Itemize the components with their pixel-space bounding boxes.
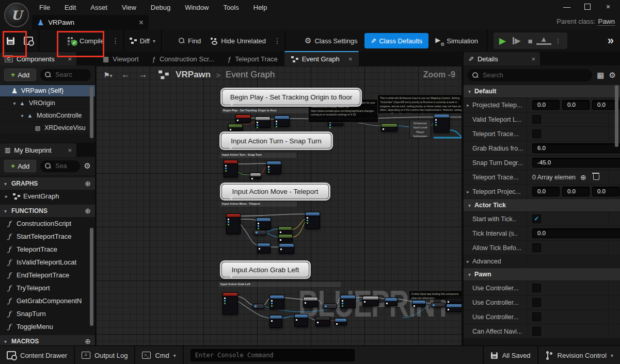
my-blueprint-search[interactable] [40,160,80,172]
components-search[interactable] [40,69,91,81]
vector-value-input[interactable]: 0.0 [562,187,590,196]
bp-item-eventgraph[interactable]: ▸EventGraph [0,190,95,203]
details-tab[interactable]: ✎ Details × [464,52,540,65]
details-section-default[interactable]: ▾Default [464,85,620,98]
graph-node[interactable] [250,173,261,179]
menu-debug[interactable]: Debug [145,2,177,13]
bp-item-constructionscript[interactable]: ƒConstructionScript [0,217,95,230]
graph-tab-teleport-trace[interactable]: ƒTeleport Trace [221,52,284,66]
bp-section-macros[interactable]: ▾MACROS⊕ [0,335,95,345]
my-blueprint-scrollbar[interactable] [90,228,93,326]
comment-header-strip[interactable]: Input Action Grab Left [219,282,341,287]
comment-header-strip[interactable]: Input Action Turn - Snap Turn [220,153,296,158]
menu-view[interactable]: View [116,2,142,13]
find-button[interactable]: Find [174,30,205,52]
menu-window[interactable]: Window [179,2,215,13]
components-scrollbar[interactable] [90,87,93,138]
menu-edit[interactable]: Edit [58,2,82,13]
asset-tab-vrpawn[interactable]: ♟ VRPawn × [32,15,149,30]
bp-section-functions[interactable]: ▾FUNCTIONS⊕ [0,205,95,217]
details-settings-icon[interactable]: ⚙ [609,71,616,80]
graph-node[interactable] [274,115,290,127]
expand-caret-icon[interactable]: ▾ [19,113,26,119]
graph-node[interactable] [294,314,308,327]
details-close-icon[interactable]: × [531,55,535,63]
clear-array-icon[interactable] [593,174,599,180]
bp-item-teleporttrace[interactable]: ƒTeleportTrace [0,243,95,256]
property-checkbox[interactable] [532,129,541,138]
graph-node[interactable] [222,292,238,315]
tree-row-vrorigin[interactable]: ▾▲VROrigin [0,97,95,109]
my-blueprint-close-icon[interactable]: × [68,146,72,154]
breadcrumb-root[interactable]: VRPawn [176,70,211,80]
graph-node[interactable] [266,161,281,174]
bookmark-icon[interactable]: ⚑▾ [100,71,116,79]
close-tab-icon[interactable]: × [348,55,353,63]
graph-node[interactable] [228,124,243,131]
content-drawer-button[interactable]: Content Drawer [0,346,75,364]
breadcrumb-leaf[interactable]: Event Graph [226,70,275,80]
forward-arrow-icon[interactable]: → [135,70,151,79]
graph-tab-viewport[interactable]: ▦Viewport [96,52,146,66]
details-search[interactable] [468,69,592,81]
menu-help[interactable]: Help [247,2,274,13]
eject-button[interactable]: ▲ [536,37,551,45]
hide-unrelated-button[interactable]: Hide Unrelated [205,30,271,52]
property-value-input[interactable]: -45.0 [532,158,620,168]
compile-options-kebab[interactable]: ⋮ [109,37,122,45]
graph-node[interactable] [362,296,379,306]
menu-asset[interactable]: Asset [84,2,114,13]
graph-tab-construction-scr-[interactable]: ƒConstruction Scr... [146,52,221,66]
expand-caret-icon[interactable]: ▸ [464,259,472,264]
expand-caret-icon[interactable]: ▾ [11,101,18,106]
graph-node[interactable] [253,230,266,235]
bp-item-startteleporttrace[interactable]: ƒStartTeleportTrace [0,230,95,243]
menu-file[interactable]: File [33,2,56,13]
stop-button[interactable]: ■ [524,37,536,45]
output-log-button[interactable]: ≡ Output Log [75,346,135,364]
tree-row-xrdevicevisu[interactable]: ▧XRDeviceVisu [0,122,95,134]
my-blueprint-add-button[interactable]: +Add [4,160,36,172]
expand-caret-icon[interactable]: ▸ [464,189,472,194]
play-button[interactable]: ▶ [496,36,510,46]
parent-class-link[interactable]: Pawn [598,18,615,26]
components-tab[interactable]: C Components × [0,52,76,65]
comment-bubble[interactable]: Input Action Move - Teleport [221,184,329,199]
graph-node[interactable] [252,304,264,309]
section-caret-icon[interactable]: ▾ [468,89,471,94]
back-arrow-icon[interactable]: ← [118,70,133,79]
graph-node[interactable] [446,304,462,312]
frame-skip-button[interactable]: ▶ [513,37,524,44]
play-options-kebab[interactable]: ⋮ [551,37,565,45]
comment-bubble[interactable]: Begin Play - Set Tracking Origin to floo… [222,89,360,105]
details-scrollbar[interactable] [615,85,618,147]
comment-bubble[interactable]: Input Action Turn - Snap Turn [221,133,331,148]
graph-node[interactable] [226,213,241,234]
toolbar-overflow-chevron[interactable]: » [608,34,614,47]
property-checkbox[interactable] [532,327,541,336]
graph-node[interactable] [269,315,282,328]
graph-node[interactable] [257,243,271,253]
graph-node[interactable] [431,303,446,307]
bp-item-endteleporttrace[interactable]: ƒEndTeleportTrace [0,269,95,282]
browse-button[interactable] [19,30,38,52]
graph-node[interactable] [434,114,450,133]
components-search-input[interactable] [54,71,86,79]
bp-item-togglemenu[interactable]: ƒToggleMenu [0,320,95,333]
property-checkbox[interactable] [532,115,541,124]
subsystem-node[interactable]: Enhanced Input Local Player Subsystem [409,120,431,138]
diff-button[interactable]: Diff▾ [125,30,160,52]
details-section-pawn[interactable]: ▾Pawn [464,268,620,281]
graph-node[interactable] [256,218,271,229]
bp-item-getgrabcomponentn[interactable]: ƒGetGrabComponentN [0,294,95,307]
comment-bubble[interactable]: Input Action Grab Left [221,262,309,277]
vector-value-input[interactable]: 0.0 [592,187,619,196]
components-close-icon[interactable]: × [68,55,72,63]
hide-unrelated-kebab[interactable]: ⋮ [271,37,284,45]
class-defaults-button[interactable]: ✎ Class Defaults [364,33,429,48]
graph-node[interactable] [381,123,398,131]
vector-value-input[interactable]: 0.0 [532,187,560,196]
expand-caret-icon[interactable]: ▸ [464,103,472,108]
vector-value-input[interactable]: 0.0 [532,100,560,110]
maximize-button[interactable] [579,0,596,13]
